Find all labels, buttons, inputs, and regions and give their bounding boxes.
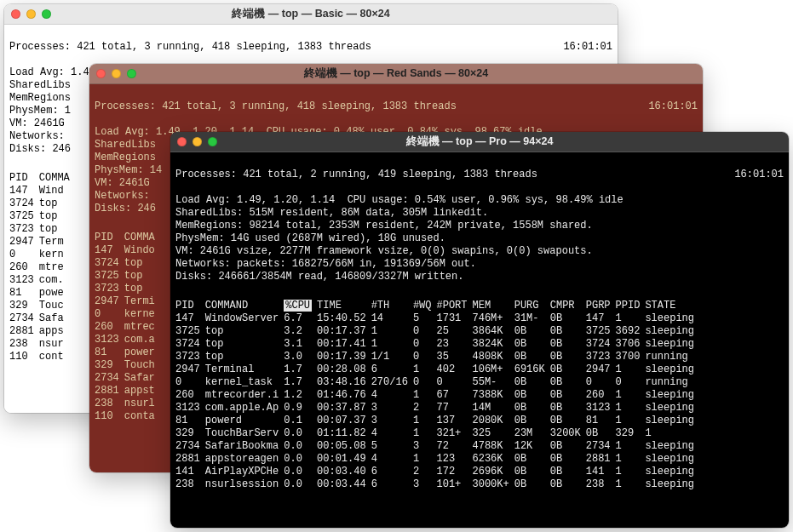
table-cell: 329 [95,359,124,372]
table-cell: Termi [124,295,160,308]
table-cell: 3725 [9,210,39,223]
table-cell: 0B [550,453,586,466]
maximize-icon[interactable] [127,69,136,78]
table-cell: 0B [550,325,586,338]
table-cell: 0.9 [284,402,317,415]
table-cell: 00:28.08 [317,363,371,376]
table-cell: 01:11.82 [317,427,371,440]
table-cell: 0.0 [284,453,317,466]
table-row: 260mtre [9,261,75,274]
table-cell: mtre [39,261,75,274]
table-row: 110conta [95,410,160,423]
table-cell: 14M [473,402,514,415]
table-cell: top [39,197,75,210]
table-cell: 3706 [616,338,646,351]
table-row: 141AirPlayXPCHe0.000:03.40621722696K0B0B… [175,466,699,478]
table-cell: sleeping [645,312,699,325]
table-cell: 55M- [473,376,514,389]
table-cell: 7388K [473,389,514,402]
terminal-window-pro[interactable]: 終端機 — top — Pro — 94×24 Processes: 421 t… [170,132,789,528]
close-icon[interactable] [177,137,187,146]
table-cell: 2734 [175,440,205,453]
table-cell: 0B [514,466,550,478]
table-cell: Wind [39,185,75,197]
table-row: 3724top [95,257,160,270]
table-cell: 81 [95,346,124,359]
table-row: 329Touch [95,359,160,372]
table-cell: 3700 [616,351,646,363]
summary-memreg: MemRegions: 98214 total, 2353M resident,… [175,220,593,232]
table-cell: 141 [175,466,205,478]
table-cell: TouchBarServ [205,427,284,440]
table-cell: 1 [616,478,646,491]
terminal-content[interactable]: Processes: 421 total, 2 running, 419 sle… [170,152,789,528]
table-cell: 23 [436,338,472,351]
table-cell: 0 [9,249,39,261]
table-cell: 238 [175,478,205,491]
table-row: 2881apps [9,325,75,338]
column-header: #TH [371,300,413,312]
table-cell: 6236K [473,453,514,466]
table-cell: 0 [616,376,646,389]
summary-vm: VM: 2461G vsize, 2277M framework vsize, … [175,245,593,257]
table-cell: powerd [205,415,284,427]
column-header: #WQ [413,300,437,312]
table-cell: top [124,257,160,270]
table-row: 2734Safa [9,312,75,325]
table-cell: 325 [473,427,514,440]
table-cell: 4788K [473,440,514,453]
close-icon[interactable] [11,9,20,19]
table-cell: 0B [586,427,616,440]
table-cell: sleeping [645,363,699,376]
table-cell: 3724 [95,257,124,270]
table-cell: 1 [645,427,699,440]
table-cell: 147 [95,244,124,257]
titlebar[interactable]: 終端機 — top — Basic — 80×24 [4,4,618,25]
table-cell: 0B [550,478,586,491]
table-cell: top [205,338,284,351]
maximize-icon[interactable] [42,9,51,19]
process-table: PIDCOMMA147Wind3724top3725top3723top2947… [9,172,75,363]
table-cell: 0B [550,389,586,402]
table-cell: 0.0 [284,427,317,440]
table-cell: 0B [514,351,550,363]
table-cell: 0.0 [284,440,317,453]
traffic-lights [177,137,217,146]
table-cell: 3 [413,478,437,491]
table-cell: 3824K [473,338,514,351]
table-cell: 238 [95,398,124,410]
table-cell: com. [39,274,75,287]
table-cell: 81 [586,415,616,427]
table-cell: 0B [514,478,550,491]
column-header: MEM [473,300,514,312]
table-cell: 3724 [175,338,205,351]
table-cell: 746M+ [473,312,514,325]
minimize-icon[interactable] [112,69,121,78]
titlebar[interactable]: 終端機 — top — Red Sands — 80×24 [89,64,703,84]
table-cell: 2734 [9,312,39,325]
table-cell: sleeping [645,325,699,338]
titlebar[interactable]: 終端機 — top — Pro — 94×24 [170,132,789,152]
minimize-icon[interactable] [193,137,202,146]
table-cell: running [645,351,699,363]
minimize-icon[interactable] [26,9,36,19]
summary-net: Networks: packets: 168275/66M in, 191369… [175,258,476,270]
column-header: PGRP [586,300,616,312]
table-row: 3724top [9,197,75,210]
summary-shared: SharedLibs: 515M resident, 86M data, 305… [175,207,488,219]
table-cell: 3723 [175,351,205,363]
table-cell: 3123 [95,334,124,346]
maximize-icon[interactable] [208,137,217,146]
table-row: 3724top3.100:17.4110233824K0B0B37243706s… [175,338,699,351]
clock: 16:01:01 [546,41,612,54]
table-cell: 3.2 [284,325,317,338]
table-cell: 3864K [473,325,514,338]
table-cell: 14 [371,312,413,325]
summary-phys: PhysMem: 1 [9,105,71,117]
close-icon[interactable] [96,69,106,78]
table-row: 3725top3.200:17.3710253864K0B0B37253692s… [175,325,699,338]
table-row: 3725top [9,210,75,223]
table-cell: sleeping [645,440,699,453]
table-cell: 15:40.52 [317,312,371,325]
table-row: 147WindowServer6.715:40.521451731746M+31… [175,312,699,325]
